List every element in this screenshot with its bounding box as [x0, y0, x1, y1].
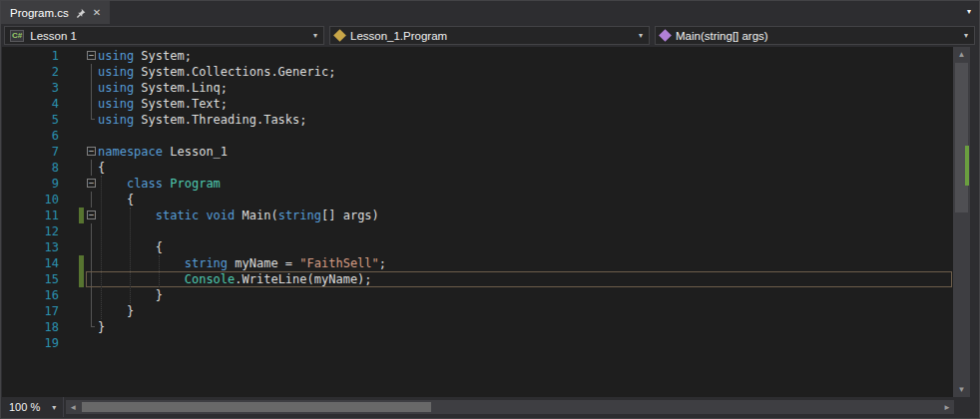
- code-text[interactable]: namespace Lesson_1: [98, 144, 956, 160]
- outlining-margin[interactable]: −: [86, 176, 98, 192]
- vertical-scrollbar[interactable]: ▲ ▼: [953, 47, 970, 397]
- code-line[interactable]: 6: [2, 128, 956, 144]
- collapse-region-icon[interactable]: −: [87, 51, 96, 60]
- code-text[interactable]: using System;: [98, 48, 956, 64]
- line-number[interactable]: 4: [2, 96, 59, 112]
- class-icon: [333, 29, 346, 42]
- code-text[interactable]: }: [98, 287, 956, 303]
- tab-program-cs[interactable]: Program.cs ✕: [1, 1, 110, 24]
- zoom-control[interactable]: 100 % ▾: [2, 397, 64, 417]
- line-number[interactable]: 5: [2, 112, 59, 128]
- code-line[interactable]: 4using System.Text;: [2, 96, 956, 112]
- member-dropdown[interactable]: Main(string[] args) ▾: [655, 26, 975, 45]
- line-number[interactable]: 1: [2, 48, 59, 64]
- type-dropdown-label: Lesson_1.Program: [350, 30, 447, 42]
- outlining-margin: [86, 112, 98, 128]
- fold-guide-line: [91, 239, 92, 255]
- code-line[interactable]: 9− class Program: [2, 176, 956, 192]
- code-line[interactable]: 13 {: [2, 239, 956, 255]
- code-line[interactable]: 14 string myName = "FaithSell";: [2, 255, 956, 271]
- code-text[interactable]: [98, 128, 956, 144]
- chevron-down-icon[interactable]: ▾: [958, 31, 974, 40]
- code-text[interactable]: using System.Linq;: [98, 80, 956, 96]
- close-icon[interactable]: ✕: [93, 8, 101, 18]
- line-number[interactable]: 2: [2, 64, 59, 80]
- collapse-region-icon[interactable]: −: [87, 147, 96, 156]
- code-line[interactable]: 17 }: [2, 303, 956, 319]
- chevron-down-icon[interactable]: ▾: [633, 31, 649, 40]
- code-text[interactable]: Console.WriteLine(myName);: [98, 271, 956, 287]
- document-tab-bar: Program.cs ✕ ▾: [1, 1, 979, 24]
- chevron-down-icon[interactable]: ▾: [52, 403, 56, 412]
- code-line[interactable]: 3using System.Linq;: [2, 80, 956, 96]
- outlining-margin: [86, 160, 98, 176]
- line-number[interactable]: 3: [2, 80, 59, 96]
- code-text[interactable]: using System.Threading.Tasks;: [98, 112, 956, 128]
- code-text[interactable]: [98, 223, 956, 239]
- pin-icon[interactable]: [76, 8, 86, 18]
- change-tracking-margin: [79, 96, 84, 112]
- type-dropdown[interactable]: Lesson_1.Program ▾: [329, 26, 650, 45]
- code-text[interactable]: [98, 335, 956, 351]
- outlining-margin[interactable]: −: [86, 144, 98, 160]
- horizontal-scrollbar[interactable]: ◄ ►: [66, 400, 954, 414]
- outlining-margin[interactable]: −: [86, 48, 98, 64]
- line-number[interactable]: 8: [2, 160, 59, 176]
- line-number[interactable]: 7: [2, 144, 59, 160]
- code-line[interactable]: 10 {: [2, 192, 956, 208]
- collapse-region-icon[interactable]: −: [87, 210, 96, 219]
- line-number[interactable]: 17: [2, 303, 59, 319]
- outlining-margin: [86, 335, 98, 351]
- code-text[interactable]: using System.Text;: [98, 96, 956, 112]
- code-line[interactable]: 16 }: [2, 287, 956, 303]
- tab-list-chevron-icon[interactable]: ▾: [967, 7, 971, 16]
- line-number[interactable]: 13: [2, 239, 59, 255]
- code-line[interactable]: 18}: [2, 319, 956, 335]
- code-line[interactable]: 2using System.Collections.Generic;: [2, 64, 956, 80]
- collapse-region-icon[interactable]: −: [87, 179, 96, 188]
- line-number[interactable]: 10: [2, 192, 59, 208]
- vs-editor-window: Program.cs ✕ ▾ C# Lesson 1 ▾ Lesson_1.Pr…: [0, 0, 980, 419]
- code-text[interactable]: {: [98, 192, 956, 208]
- code-line[interactable]: 8{: [2, 160, 956, 176]
- code-text[interactable]: using System.Collections.Generic;: [98, 64, 956, 80]
- code-text[interactable]: {: [98, 160, 956, 176]
- code-text[interactable]: static void Main(string[] args): [98, 208, 956, 223]
- line-number[interactable]: 11: [2, 208, 59, 223]
- vertical-scrollbar-thumb[interactable]: [955, 63, 968, 212]
- project-dropdown[interactable]: C# Lesson 1 ▾: [4, 26, 324, 45]
- change-tracking-margin: [79, 144, 84, 160]
- code-text[interactable]: string myName = "FaithSell";: [98, 255, 956, 271]
- code-line[interactable]: 15 Console.WriteLine(myName);: [2, 271, 956, 287]
- line-number[interactable]: 16: [2, 287, 59, 303]
- line-number[interactable]: 18: [2, 319, 59, 335]
- code-text[interactable]: }: [98, 319, 956, 335]
- scroll-right-arrow-icon[interactable]: ►: [940, 400, 954, 414]
- change-tracking-margin: [79, 335, 84, 351]
- code-line[interactable]: 19: [2, 335, 956, 351]
- project-dropdown-label: Lesson 1: [30, 30, 77, 42]
- outlining-margin[interactable]: −: [86, 208, 98, 223]
- code-line[interactable]: 12: [2, 223, 956, 239]
- code-line[interactable]: 1−using System;: [2, 48, 956, 64]
- code-text[interactable]: }: [98, 303, 956, 319]
- line-number[interactable]: 15: [2, 271, 59, 287]
- scroll-up-arrow-icon[interactable]: ▲: [953, 47, 970, 62]
- code-text[interactable]: {: [98, 239, 956, 255]
- change-tracking-margin: [79, 319, 84, 335]
- line-number[interactable]: 9: [2, 176, 59, 192]
- horizontal-scrollbar-thumb[interactable]: [82, 402, 431, 412]
- code-line[interactable]: 11− static void Main(string[] args): [2, 208, 956, 223]
- code-line[interactable]: 7−namespace Lesson_1: [2, 144, 956, 160]
- fold-guide-line: [91, 80, 92, 96]
- chevron-down-icon[interactable]: ▾: [307, 31, 323, 40]
- code-editor[interactable]: 1−using System;2using System.Collections…: [2, 47, 956, 397]
- scroll-down-arrow-icon[interactable]: ▼: [953, 382, 970, 397]
- line-number[interactable]: 19: [2, 335, 59, 351]
- line-number[interactable]: 6: [2, 128, 59, 144]
- line-number[interactable]: 14: [2, 255, 59, 271]
- code-text[interactable]: class Program: [98, 176, 956, 192]
- line-number[interactable]: 12: [2, 223, 59, 239]
- code-line[interactable]: 5using System.Threading.Tasks;: [2, 112, 956, 128]
- scroll-left-arrow-icon[interactable]: ◄: [66, 400, 80, 414]
